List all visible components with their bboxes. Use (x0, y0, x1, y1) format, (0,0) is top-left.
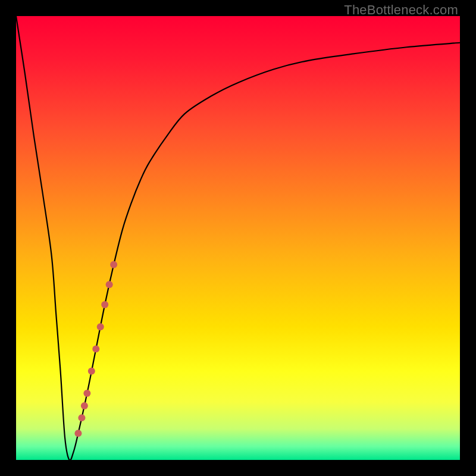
marker-dot (106, 281, 113, 288)
marker-dot (74, 430, 82, 437)
highlight-markers (74, 261, 117, 437)
plot-area (16, 16, 460, 460)
marker-dot (101, 301, 108, 308)
chart-frame: TheBottleneck.com (0, 0, 476, 476)
marker-dot (97, 323, 104, 330)
marker-dot (110, 261, 117, 268)
marker-dot (83, 390, 90, 397)
watermark-text: TheBottleneck.com (344, 2, 458, 18)
marker-dot (88, 368, 95, 375)
marker-dot (92, 346, 99, 353)
bottleneck-curve (16, 16, 460, 460)
marker-dot (81, 402, 88, 409)
curve-layer (16, 16, 460, 460)
marker-dot (78, 414, 85, 421)
